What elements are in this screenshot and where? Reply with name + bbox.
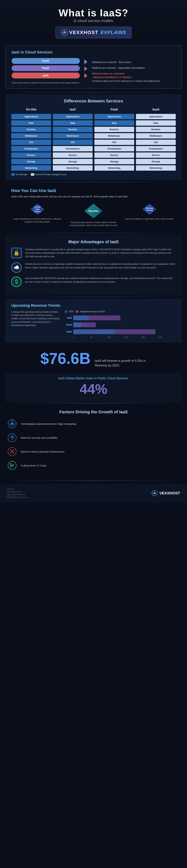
diff-row-storage: Storage Storage Storage Storage — [11, 159, 176, 164]
source-1: https://gartner.com — [7, 490, 28, 493]
advantages-section: Major Advantages of IaaS 🔒 Hardware infr… — [5, 235, 182, 295]
bar-iaas-2019 — [73, 315, 89, 320]
cell-onsite-middleware: Middleware — [11, 133, 51, 138]
legend-projected-label: Projected increase by 2022 — [80, 310, 105, 313]
chip-icon — [7, 419, 17, 429]
bar-label-iaas: IaaS — [65, 316, 72, 319]
security-fingerprint-icon — [7, 433, 17, 443]
cell-paas-os: O/S — [95, 140, 134, 145]
x-circle-icon — [7, 447, 17, 456]
sources-label: Sources: — [7, 488, 28, 490]
cloud-services-grid: SaaS PaaS IaaS Each cloud service is tai… — [11, 58, 176, 84]
cell-paas-servers: Servers — [95, 152, 134, 158]
web-hosting-desc: Host your website or application with a … — [123, 218, 176, 220]
axis-50: 50 — [90, 336, 108, 338]
axis-0: 0 — [73, 336, 90, 338]
cloud-descriptions: Software as a service - End Users Platfo… — [92, 58, 176, 84]
legend-2019-label: 2019 — [69, 310, 73, 313]
cell-saas-storage: Storage — [136, 159, 176, 164]
cell-iaas-storage: Storage — [53, 159, 92, 164]
cloud-pills: SaaS PaaS IaaS Each cloud service is tai… — [11, 58, 80, 84]
market-share-label: IaaS Global Market share in Public Cloud… — [12, 376, 175, 380]
revenue-section: Upcoming Revenue Trends Looking at the u… — [5, 299, 182, 343]
page-title: What is IaaS? — [3, 7, 184, 19]
legend-you-manage: You Manage — [11, 173, 27, 176]
cloud-icon: ☁️ — [11, 262, 22, 273]
page-subtitle: in cloud service models — [3, 19, 184, 23]
cell-paas-storage: Storage — [95, 159, 134, 164]
diff-header-row: On-Site IaaS PaaS SaaS — [11, 107, 176, 112]
factor-text-cost: Cutting down IT Costs — [21, 464, 46, 468]
web-hosting-icon: Web/AppHosting — [123, 203, 176, 216]
divider-5 — [5, 403, 182, 403]
bar-row-saas: SaaS — [65, 329, 176, 334]
diff-row-os: O/S O/S O/S O/S — [11, 140, 176, 145]
legend-blue-box — [11, 173, 15, 176]
svg-point-4 — [11, 423, 13, 425]
diff-legend: You Manage Service Provider manages for … — [11, 173, 176, 176]
bar-container-iaas — [73, 315, 176, 320]
differences-section: Differences Between Services On-Site Iaa… — [5, 94, 182, 180]
cell-onsite-servers: Servers — [11, 152, 51, 158]
cell-iaas-data: Data — [53, 120, 92, 126]
paas-pill: PaaS — [11, 65, 80, 71]
footer: Sources: https://gartner.com https://glo… — [0, 484, 187, 502]
tech-icon — [7, 419, 17, 429]
revenue-chart: 2019 Projected increase by 2022 IaaS — [65, 310, 176, 338]
brand-name: VEXXHOST — [69, 30, 98, 35]
chart-legend: 2019 Projected increase by 2022 — [65, 310, 176, 313]
vexxhost-banner: VEXXHOST EXPLAINS — [55, 27, 132, 38]
page-header: What is IaaS? in cloud service models VE… — [0, 0, 187, 42]
cell-saas-os: O/S — [136, 140, 176, 145]
cell-paas-runtime: Runtime — [95, 127, 134, 132]
svg-point-13 — [8, 461, 16, 470]
advantage-text-scalability: Infrastructure as a Service is especiall… — [25, 262, 176, 270]
source-3: https://intrabluesearch.com — [7, 496, 28, 499]
cell-iaas-applications: Applications — [53, 114, 92, 119]
cell-iaas-runtime: Runtime — [53, 127, 92, 132]
svg-line-17 — [11, 465, 14, 466]
cell-saas-middleware: Middleware — [136, 133, 176, 138]
market-share-section: IaaS Global Market share in Public Cloud… — [5, 373, 182, 402]
saas-desc: Software as a service - End Users — [92, 60, 176, 64]
bar-container-saas — [73, 329, 176, 334]
col-header-iaas: IaaS — [53, 107, 92, 112]
big-stat-number: $76.6B — [40, 350, 90, 367]
saas-pill: SaaS — [11, 58, 80, 64]
iaas-desc-secondary: Companies utilize IaaS to host softwares… — [92, 80, 176, 83]
factor-text-security: Need for security and scalability — [21, 436, 58, 440]
bar-row-iaas: IaaS — [65, 315, 176, 320]
diff-row-networking: Networking Networking Networking Network… — [11, 165, 176, 170]
cell-paas-virt: Virtualization — [95, 146, 134, 151]
bar-label-saas: SaaS — [65, 330, 72, 333]
how-use-title: How You Can Use IaaS — [11, 188, 176, 193]
svg-point-14 — [10, 466, 12, 467]
cell-onsite-data: Data — [11, 120, 51, 126]
factor-tech: Technological advancements in edge compu… — [7, 419, 180, 429]
cell-onsite-runtime: Runtime — [11, 127, 51, 132]
vexxhost-logo-icon — [61, 29, 68, 36]
factor-physical: Need to reduce physical infrastructure — [7, 446, 180, 457]
cell-saas-networking: Networking — [136, 165, 176, 170]
use-case-virtual-dc: VirtualDataCenters Large enterprises use… — [11, 203, 64, 227]
legend-provider-manage: Service Provider manages for you — [31, 173, 67, 176]
bar-container-paas — [73, 322, 176, 327]
diff-row-virtualization: Virtualization Virtualization Virtualiza… — [11, 146, 176, 151]
diff-row-data: Data Data Data Data — [11, 120, 176, 126]
source-2: https://globenewsw.com — [7, 493, 28, 496]
footer-brand-name: VEXXHOST — [159, 491, 180, 495]
no-infra-icon — [7, 446, 17, 457]
factors-section: Factors Driving the Growth of IaaS Techn… — [0, 404, 187, 479]
svg-line-16 — [11, 464, 14, 466]
axis-100: 100 — [107, 336, 124, 338]
iaas-desc-main: Infrastructure as a Service- Network Arc… — [92, 72, 176, 79]
cell-paas-applications: Applications — [95, 114, 134, 119]
revenue-title: Upcoming Revenue Trends — [11, 303, 176, 308]
footer-logo: VEXXHOST — [151, 490, 180, 496]
advantage-item-cost: 💲 IaaS providers like VEXXHOST provide a… — [11, 277, 176, 287]
differences-title: Differences Between Services — [11, 99, 176, 103]
diff-row-applications: Applications Applications Applications A… — [11, 114, 176, 119]
divider-3 — [5, 233, 182, 233]
advantage-text-cost: IaaS providers like VEXXHOST provide and… — [25, 277, 176, 284]
advantage-text-security: Hardware infrastructure is usually kept … — [25, 248, 176, 258]
